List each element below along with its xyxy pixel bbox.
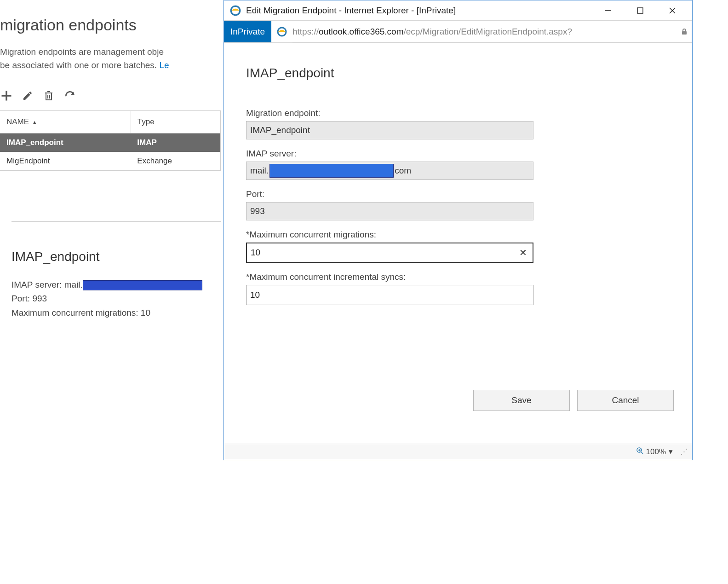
divider [11, 221, 221, 222]
ie-titlebar: Edit Migration Endpoint - Internet Explo… [224, 0, 692, 21]
zoom-level[interactable]: 100% [646, 447, 666, 457]
server-value: mail. com [246, 162, 533, 180]
max-syncs-input[interactable] [246, 285, 533, 305]
column-type[interactable]: Type [131, 111, 220, 133]
cell-name: MigEndpoint [0, 152, 131, 171]
endpoint-label: Migration endpoint: [246, 108, 670, 118]
max-migrations-field[interactable] [251, 243, 514, 262]
cell-type: Exchange [131, 152, 220, 171]
refresh-icon[interactable] [63, 89, 76, 102]
details-port: Port: 993 [11, 292, 221, 306]
svg-line-15 [641, 452, 643, 454]
max-syncs-field[interactable] [250, 285, 515, 305]
minimize-button[interactable] [592, 1, 624, 20]
dialog-title: IMAP_endpoint [246, 66, 670, 81]
ie-address-bar: InPrivate https://outlook.office365.com/… [224, 21, 692, 43]
save-button[interactable]: Save [473, 390, 570, 411]
cell-type: IMAP [131, 133, 220, 152]
dialog-body: IMAP_endpoint Migration endpoint: IMAP_e… [224, 43, 692, 420]
max-migrations-label: *Maximum concurrent migrations: [246, 230, 670, 240]
endpoint-value: IMAP_endpoint [246, 121, 533, 139]
zoom-icon[interactable] [636, 447, 643, 457]
max-syncs-label: *Maximum concurrent incremental syncs: [246, 272, 670, 282]
svg-rect-2 [46, 93, 52, 100]
maximize-button[interactable] [624, 1, 656, 20]
zoom-dropdown-icon[interactable]: ▾ [669, 447, 673, 457]
inprivate-badge: InPrivate [224, 21, 271, 42]
edit-icon[interactable] [21, 89, 34, 102]
column-name[interactable]: NAME▲ [0, 111, 131, 133]
add-icon[interactable] [0, 89, 13, 102]
ie-statusbar: 100% ▾ ⋰ [224, 444, 692, 459]
delete-icon[interactable] [42, 89, 55, 102]
window-title: Edit Migration Endpoint - Internet Explo… [246, 6, 592, 16]
table-row[interactable]: MigEndpoint Exchange [0, 152, 221, 171]
endpoints-table: NAME▲ Type IMAP_endpoint IMAP MigEndpoin… [0, 110, 221, 171]
close-button[interactable] [656, 1, 688, 20]
sort-asc-icon: ▲ [32, 119, 37, 126]
cancel-button[interactable]: Cancel [577, 390, 674, 411]
clear-icon[interactable]: ✕ [519, 247, 527, 258]
ie-popup-window: Edit Migration Endpoint - Internet Explo… [224, 0, 693, 460]
page-description: Migration endpoints are management obje … [0, 46, 239, 72]
server-label: IMAP server: [246, 149, 670, 159]
desc-line-2: be associated with one or more batches. [0, 60, 159, 70]
ie-logo-icon [229, 5, 241, 17]
address-url[interactable]: https://outlook.office365.com/ecp/Migrat… [292, 21, 676, 42]
details-max: Maximum concurrent migrations: 10 [11, 306, 221, 320]
lock-icon [676, 21, 692, 42]
svg-rect-13 [682, 31, 687, 35]
details-panel: IMAP_endpoint IMAP server: mail. Port: 9… [0, 221, 221, 320]
resize-grip-icon[interactable]: ⋰ [680, 447, 688, 457]
dialog-buttons: Save Cancel [473, 390, 674, 411]
port-label: Port: [246, 189, 670, 199]
redacted-server [83, 280, 202, 290]
learn-more-link[interactable]: Le [159, 60, 169, 70]
ie-e-icon [271, 21, 292, 42]
port-value: 993 [246, 202, 533, 220]
max-migrations-input[interactable]: ✕ [246, 243, 533, 263]
svg-rect-9 [637, 8, 643, 13]
desc-line-1: Migration endpoints are management obje [0, 47, 164, 57]
table-row[interactable]: IMAP_endpoint IMAP [0, 133, 221, 152]
redacted-domain [269, 164, 394, 178]
details-title: IMAP_endpoint [11, 249, 221, 264]
cell-name: IMAP_endpoint [0, 133, 131, 152]
details-server: IMAP server: mail. [11, 278, 221, 292]
